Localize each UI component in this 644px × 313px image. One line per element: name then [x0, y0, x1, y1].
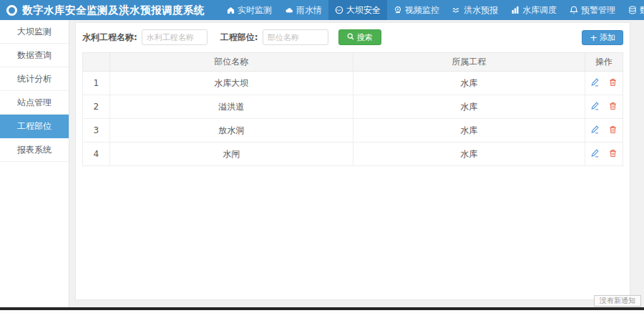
- filter-toolbar: 水利工程名称: 工程部位: 搜索 + 添加: [82, 28, 623, 47]
- search-button[interactable]: 搜索: [338, 29, 381, 45]
- nav-item-label: 数据维护: [640, 4, 644, 16]
- reservoir-icon: [511, 6, 519, 14]
- sidebar-item-statistics[interactable]: 统计分析: [0, 67, 69, 91]
- row-part: 水闸: [109, 143, 353, 166]
- edit-icon[interactable]: [590, 148, 600, 160]
- row-index: 2: [83, 95, 110, 119]
- plus-icon: +: [590, 33, 597, 42]
- sidebar-item-data-query[interactable]: 数据查询: [0, 44, 69, 67]
- table-row: 2 溢洪道 水库: [83, 95, 623, 119]
- row-project: 水库: [353, 143, 585, 166]
- row-project: 水库: [353, 72, 585, 95]
- col-header-operation: 操作: [585, 53, 623, 72]
- sidebar-item-report-system[interactable]: 报表系统: [0, 138, 69, 162]
- table-row: 3 放水洞 水库: [83, 119, 623, 143]
- sidebar: 大坝监测 数据查询 统计分析 站点管理 工程部位 报表系统: [0, 20, 69, 307]
- main-content: 水利工程名称: 工程部位: 搜索 + 添加: [69, 20, 644, 307]
- camera-icon: [394, 6, 402, 14]
- cloud-icon: [285, 6, 293, 14]
- delete-icon[interactable]: [608, 148, 618, 160]
- dam-icon: [335, 6, 343, 14]
- delete-icon[interactable]: [608, 125, 618, 136]
- nav-item-realtime[interactable]: 实时监测: [220, 0, 278, 20]
- table-header-row: 部位名称 所属工程 操作: [83, 53, 623, 72]
- part-name-input[interactable]: [263, 29, 328, 45]
- project-name-label: 水利工程名称:: [82, 32, 137, 44]
- col-header-index: [83, 53, 110, 72]
- table-row: 4 水闸 水库: [83, 143, 623, 166]
- app-logo-icon: [6, 5, 17, 16]
- window-bottom-edge: [0, 307, 644, 310]
- nav-item-data-maintenance[interactable]: 数据维护: [622, 0, 644, 20]
- row-project: 水库: [353, 119, 585, 143]
- app-window: 数字水库安全监测及洪水预报调度系统 实时监测 雨水情 大坝安全 视频监控 洪水预…: [0, 0, 644, 313]
- sidebar-item-station-mgmt[interactable]: 站点管理: [0, 91, 69, 115]
- row-index: 4: [83, 143, 110, 166]
- top-nav: 实时监测 雨水情 大坝安全 视频监控 洪水预报 水库调度: [220, 0, 644, 20]
- sidebar-item-dam-monitor[interactable]: 大坝监测: [0, 20, 69, 44]
- col-header-project: 所属工程: [353, 53, 585, 72]
- row-part: 放水洞: [109, 119, 353, 143]
- nav-item-dam-safety[interactable]: 大坝安全: [328, 0, 387, 20]
- top-header: 数字水库安全监测及洪水预报调度系统 实时监测 雨水情 大坝安全 视频监控 洪水预…: [0, 0, 644, 20]
- nav-item-rainwater[interactable]: 雨水情: [278, 0, 328, 20]
- nav-item-label: 大坝安全: [346, 4, 381, 16]
- nav-item-alert[interactable]: 预警管理: [563, 0, 622, 20]
- delete-icon[interactable]: [608, 101, 618, 112]
- content-panel: 水利工程名称: 工程部位: 搜索 + 添加: [75, 22, 630, 300]
- nav-item-reservoir-dispatch[interactable]: 水库调度: [504, 0, 563, 20]
- row-index: 1: [83, 72, 110, 95]
- add-button-label: 添加: [600, 32, 615, 43]
- nav-item-label: 雨水情: [296, 4, 322, 16]
- add-button[interactable]: + 添加: [582, 30, 623, 45]
- search-icon: [347, 33, 354, 42]
- project-name-input[interactable]: [142, 29, 208, 45]
- row-project: 水库: [353, 95, 585, 119]
- table-row: 1 水库大坝 水库: [83, 72, 623, 95]
- col-header-part: 部位名称: [109, 53, 353, 72]
- nav-item-video[interactable]: 视频监控: [387, 0, 446, 20]
- app-title: 数字水库安全监测及洪水预报调度系统: [22, 4, 205, 17]
- nav-item-label: 预警管理: [581, 4, 615, 16]
- nav-item-label: 实时监测: [238, 4, 272, 16]
- nav-item-label: 视频监控: [405, 4, 439, 16]
- delete-icon[interactable]: [608, 77, 618, 89]
- database-icon: [628, 6, 637, 14]
- parts-table: 部位名称 所属工程 操作 1 水库大坝 水库: [82, 52, 623, 166]
- row-part: 水库大坝: [109, 72, 353, 95]
- edit-icon[interactable]: [590, 77, 600, 89]
- home-icon: [227, 6, 235, 14]
- nav-item-label: 洪水预报: [464, 4, 498, 16]
- row-index: 3: [83, 119, 110, 143]
- edit-icon[interactable]: [590, 101, 600, 112]
- row-part: 溢洪道: [109, 95, 353, 119]
- sidebar-item-project-parts[interactable]: 工程部位: [0, 115, 69, 138]
- nav-item-flood-forecast[interactable]: 洪水预报: [446, 0, 504, 20]
- edit-icon[interactable]: [590, 125, 600, 136]
- nav-item-label: 水库调度: [522, 4, 557, 16]
- search-button-label: 搜索: [357, 32, 373, 43]
- bell-icon: [570, 6, 578, 14]
- notification-badge[interactable]: 没有新通知: [594, 295, 641, 307]
- flood-icon: [452, 6, 461, 14]
- part-name-label: 工程部位:: [220, 32, 258, 44]
